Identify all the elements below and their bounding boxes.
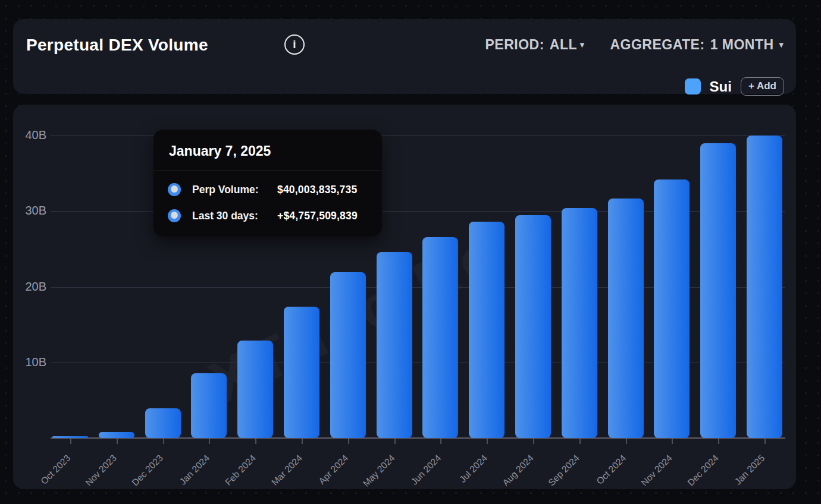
axis-tick [672,439,673,444]
axis-tick [209,439,210,444]
x-axis-label: Jan 2025 [733,453,767,487]
axis-tick [394,439,396,444]
tooltip-row-value: $40,003,835,735 [277,184,357,196]
axis-tick [348,439,349,444]
x-axis-label: Aug 2024 [500,453,536,489]
y-axis-label: 10B [13,355,46,369]
chart-panel: XTdeo Ro January 7, 2025 Perp Volume: $4… [13,105,796,489]
axis-tick [117,439,118,444]
series-bullet-icon [168,183,181,196]
x-axis-label: Dec 2023 [130,453,165,489]
period-dropdown[interactable]: PERIOD: ALL ▼ [485,37,587,53]
axis-tick [487,439,488,444]
chart-bar-apr-2024[interactable] [330,272,366,438]
tooltip-date: January 7, 2025 [153,130,382,171]
x-axis-label: Nov 2023 [84,453,120,489]
info-icon[interactable]: i [284,34,305,55]
axis-tick [533,439,534,444]
axis-tick [255,439,256,444]
chart-bar-nov-2024[interactable] [654,179,690,438]
tooltip-body: Perp Volume: $40,003,835,735 Last 30 day… [153,171,382,237]
chart-bar-mar-2024[interactable] [284,307,319,438]
legend-swatch[interactable] [685,78,701,94]
aggregate-dropdown[interactable]: AGGREGATE: 1 MONTH ▼ [610,37,785,53]
x-axis-label: Oct 2023 [39,453,73,487]
legend-row: Sui + Add [685,77,784,96]
chart-bar-aug-2024[interactable] [515,215,551,438]
axis-tick [440,439,441,444]
period-label: PERIOD: [485,37,544,53]
x-axis-label: May 2024 [361,453,397,489]
period-value: ALL [550,37,577,53]
x-axis-label: Jul 2024 [457,453,489,485]
chart-bar-jul-2024[interactable] [469,222,504,438]
axis-tick [70,439,71,444]
chart-bar-oct-2023[interactable] [52,436,88,438]
chart-bar-sep-2024[interactable] [562,208,597,438]
x-axis-label: Mar 2024 [269,453,304,488]
aggregate-value: 1 MONTH [710,37,774,53]
tooltip-row-label: Last 30 days: [192,210,271,222]
x-axis-label: Sep 2024 [547,453,582,489]
axis-tick [163,439,164,444]
chevron-down-icon: ▼ [578,40,586,49]
aggregate-label: AGGREGATE: [610,37,704,53]
y-axis-label: 20B [13,280,46,294]
tooltip-row-perp-volume: Perp Volume: $40,003,835,735 [168,183,368,196]
page-title: Perpetual DEX Volume [26,36,208,55]
x-axis-label: Nov 2024 [639,453,675,489]
chart-bar-feb-2024[interactable] [237,341,273,438]
axis-tick [302,439,303,444]
tooltip-row-last-30-days: Last 30 days: +$4,757,509,839 [168,209,368,222]
chart-bar-dec-2023[interactable] [145,408,181,438]
axis-tick [764,439,766,444]
y-axis-label: 30B [13,204,46,218]
chart-bar-may-2024[interactable] [377,252,412,438]
tooltip-row-label: Perp Volume: [192,184,271,196]
chart-bar-oct-2024[interactable] [608,199,644,438]
tooltip-row-value: +$4,757,509,839 [277,210,358,222]
add-series-button[interactable]: + Add [741,77,784,96]
perp-dex-volume-page: Perpetual DEX Volume i PERIOD: ALL ▼ AGG… [0,0,821,504]
x-axis-label: Jun 2024 [409,453,443,487]
chevron-down-icon: ▼ [778,40,785,49]
x-axis-label: Feb 2024 [223,453,258,488]
axis-tick [579,439,581,444]
legend-series-name: Sui [710,78,732,95]
x-axis-label: Jan 2024 [177,453,212,487]
x-axis-label: Dec 2024 [685,453,721,489]
chart-bar-jan-2025[interactable] [747,136,782,438]
axis-tick [718,439,719,444]
chart-bar-jun-2024[interactable] [422,237,458,438]
chart-bar-nov-2023[interactable] [99,432,134,438]
chart-controls: PERIOD: ALL ▼ AGGREGATE: 1 MONTH ▼ [485,37,786,53]
x-axis-label: Apr 2024 [317,453,350,487]
y-axis-label: 40B [13,128,46,142]
series-bullet-icon [168,209,181,222]
chart-header-panel: Perpetual DEX Volume i PERIOD: ALL ▼ AGG… [13,19,796,94]
x-axis-label: Oct 2024 [594,453,628,487]
chart-bar-jan-2024[interactable] [191,373,227,438]
axis-tick [626,439,627,444]
chart-bar-dec-2024[interactable] [700,143,736,438]
chart-tooltip: January 7, 2025 Perp Volume: $40,003,835… [153,130,382,237]
